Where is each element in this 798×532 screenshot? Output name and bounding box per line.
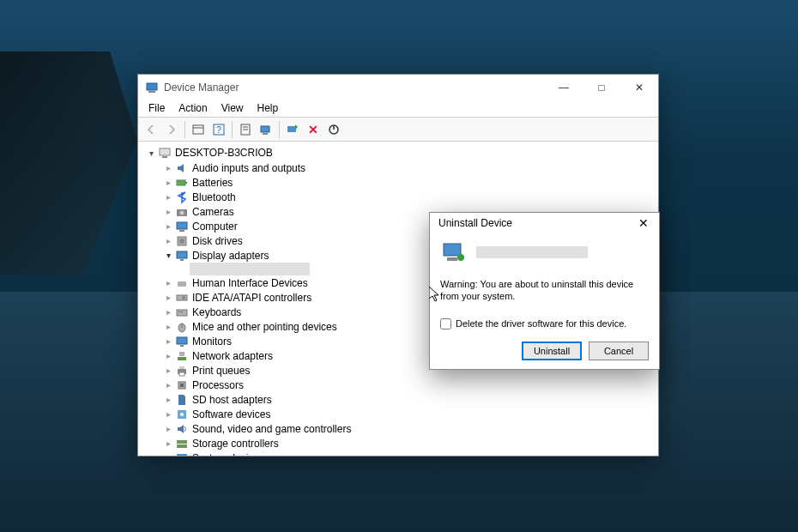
- tree-category[interactable]: ▸Processors: [162, 378, 656, 392]
- svg-rect-37: [179, 352, 184, 356]
- network-icon: [175, 349, 189, 363]
- cancel-button[interactable]: Cancel: [589, 342, 649, 360]
- chevron-right-icon[interactable]: ▸: [162, 379, 174, 391]
- toolbar-show-hide[interactable]: [189, 120, 208, 139]
- svg-point-52: [457, 254, 464, 261]
- svg-rect-14: [160, 148, 170, 155]
- delete-driver-label: Delete the driver software for this devi…: [456, 318, 626, 329]
- toolbar-back[interactable]: [142, 120, 160, 139]
- svg-rect-42: [180, 384, 184, 387]
- toolbar-help[interactable]: ?: [209, 120, 228, 139]
- toolbar-forward[interactable]: [162, 120, 181, 139]
- toolbar-enable[interactable]: [324, 120, 343, 139]
- close-button[interactable]: ✕: [620, 75, 658, 100]
- chevron-right-icon[interactable]: ▸: [162, 438, 174, 450]
- keyboard-icon: [175, 305, 189, 319]
- svg-rect-45: [177, 440, 187, 444]
- svg-rect-34: [177, 337, 187, 344]
- category-label: System devices: [192, 452, 264, 456]
- toolbar-uninstall[interactable]: ✕: [304, 120, 323, 139]
- display-icon: [175, 249, 189, 263]
- delete-driver-checkbox[interactable]: [440, 318, 451, 329]
- tree-category[interactable]: ▸Audio inputs and outputs: [162, 160, 656, 175]
- dialog-device-name-redacted: [476, 246, 588, 258]
- toolbar-separator: [279, 121, 280, 138]
- selected-device-redacted[interactable]: [190, 263, 310, 275]
- chevron-right-icon[interactable]: ▸: [162, 452, 174, 456]
- toolbar-separator: [232, 121, 233, 138]
- svg-rect-9: [261, 126, 269, 132]
- svg-rect-10: [263, 133, 268, 135]
- chevron-right-icon[interactable]: ▸: [162, 321, 174, 333]
- dialog-titlebar[interactable]: Uninstall Device ✕: [430, 213, 659, 233]
- toolbar-update[interactable]: [283, 120, 302, 139]
- chevron-right-icon[interactable]: ▸: [162, 177, 174, 189]
- chevron-right-icon[interactable]: ▸: [162, 162, 174, 174]
- toolbar: ? ✕: [138, 118, 658, 142]
- titlebar[interactable]: Device Manager — □ ✕: [138, 75, 658, 100]
- menu-help[interactable]: Help: [251, 100, 286, 117]
- category-label: Storage controllers: [192, 438, 279, 450]
- chevron-down-icon[interactable]: ▾: [145, 147, 157, 159]
- chevron-right-icon[interactable]: ▸: [162, 206, 174, 218]
- svg-rect-47: [177, 454, 187, 456]
- tree-category[interactable]: ▸SD host adapters: [162, 392, 656, 407]
- chevron-right-icon[interactable]: ▸: [162, 277, 174, 289]
- tree-category[interactable]: ▸System devices: [162, 450, 656, 456]
- chevron-right-icon[interactable]: ▸: [162, 365, 174, 377]
- svg-rect-50: [444, 244, 461, 256]
- chevron-right-icon[interactable]: ▸: [162, 408, 174, 420]
- chevron-right-icon[interactable]: ▸: [162, 350, 174, 362]
- delete-driver-checkbox-row[interactable]: Delete the driver software for this devi…: [440, 318, 649, 329]
- svg-rect-30: [178, 311, 180, 312]
- camera-icon: [175, 205, 189, 219]
- chevron-right-icon[interactable]: ▸: [162, 394, 174, 406]
- menubar: File Action View Help: [138, 100, 658, 118]
- svg-rect-24: [177, 251, 187, 258]
- svg-point-28: [182, 296, 185, 299]
- chevron-right-icon[interactable]: ▸: [162, 235, 174, 247]
- svg-rect-35: [180, 345, 184, 347]
- uninstall-button[interactable]: Uninstall: [522, 342, 582, 360]
- svg-point-44: [180, 413, 184, 416]
- cpu-icon: [175, 378, 189, 392]
- menu-file[interactable]: File: [142, 100, 172, 117]
- chevron-right-icon[interactable]: ▸: [162, 336, 174, 348]
- tree-root-node[interactable]: ▾ DESKTOP-B3CRIOB: [140, 145, 656, 160]
- svg-rect-39: [179, 366, 184, 369]
- menu-view[interactable]: View: [215, 100, 251, 117]
- category-label: Disk drives: [192, 235, 243, 247]
- tree-category[interactable]: ▸Bluetooth: [162, 190, 656, 204]
- chevron-right-icon[interactable]: ▸: [162, 306, 174, 318]
- chevron-right-icon[interactable]: ▸: [162, 423, 174, 435]
- category-label: Display adapters: [192, 250, 269, 262]
- category-label: Human Interface Devices: [192, 277, 308, 289]
- category-label: Sound, video and game controllers: [192, 423, 351, 435]
- tree-category[interactable]: ▸Storage controllers: [162, 436, 656, 450]
- category-label: Mice and other pointing devices: [192, 321, 337, 333]
- tree-category[interactable]: ▸Software devices: [162, 407, 656, 421]
- chevron-down-icon[interactable]: ▾: [162, 250, 174, 262]
- toolbar-scan[interactable]: [257, 120, 275, 139]
- minimize-button[interactable]: —: [545, 75, 583, 100]
- chevron-right-icon[interactable]: ▸: [162, 292, 174, 304]
- device-icon: [440, 239, 468, 266]
- chevron-right-icon[interactable]: ▸: [162, 221, 174, 233]
- window-title: Device Manager: [164, 82, 545, 94]
- dialog-close-button[interactable]: ✕: [633, 213, 654, 233]
- storage-icon: [175, 437, 189, 450]
- svg-point-19: [180, 210, 184, 215]
- tree-category[interactable]: ▸Sound, video and game controllers: [162, 421, 656, 436]
- disk-icon: [175, 234, 189, 248]
- desktop-background-rocks: [0, 51, 137, 275]
- svg-rect-17: [185, 182, 187, 184]
- tree-category[interactable]: ▸Batteries: [162, 175, 656, 190]
- maximize-button[interactable]: □: [583, 75, 620, 100]
- svg-point-23: [179, 239, 184, 244]
- chevron-right-icon[interactable]: ▸: [162, 191, 174, 203]
- toolbar-properties[interactable]: [236, 120, 255, 139]
- category-label: Audio inputs and outputs: [192, 162, 305, 174]
- menu-action[interactable]: Action: [172, 100, 214, 117]
- category-label: Bluetooth: [192, 191, 236, 203]
- computer-icon: [175, 220, 189, 233]
